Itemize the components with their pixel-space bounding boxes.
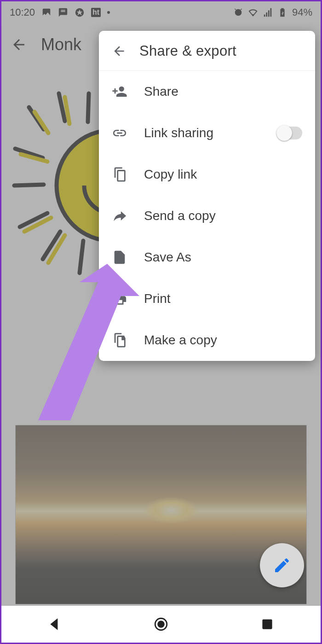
menu-item-send-copy[interactable]: Send a copy [99, 195, 315, 237]
file-icon [112, 249, 127, 265]
svg-point-17 [158, 621, 164, 627]
pencil-icon [273, 556, 291, 574]
duplicate-icon [112, 332, 127, 348]
device-frame: 10:20 ht 94% Monk [0, 0, 322, 644]
nav-back-icon[interactable] [47, 616, 63, 632]
edit-fab[interactable] [260, 543, 304, 587]
link-icon [112, 125, 127, 141]
menu-label: Link sharing [144, 126, 213, 140]
copy-icon [112, 167, 127, 182]
menu-item-save-as[interactable]: Save As [99, 237, 315, 278]
menu-item-make-copy[interactable]: Make a copy [99, 319, 315, 361]
menu-item-share[interactable]: Share [99, 71, 315, 112]
send-icon [112, 208, 127, 224]
menu-item-copy-link[interactable]: Copy link [99, 154, 315, 195]
print-icon [112, 291, 127, 307]
menu-label: Make a copy [144, 333, 217, 348]
link-sharing-toggle[interactable] [276, 127, 302, 139]
menu-label: Save As [144, 250, 191, 265]
person-add-icon [112, 84, 127, 99]
menu-item-print[interactable]: Print [99, 278, 315, 319]
menu-label: Print [144, 291, 171, 306]
popup-title: Share & export [139, 43, 236, 59]
menu-label: Share [144, 84, 178, 99]
menu-label: Send a copy [144, 209, 216, 223]
popup-back-icon[interactable] [112, 44, 126, 58]
android-nav-bar [1, 606, 321, 643]
share-export-menu: Share & export Share Link sharing Copy l… [99, 31, 315, 361]
svg-rect-18 [263, 620, 272, 629]
menu-label: Copy link [144, 167, 197, 182]
nav-home-icon[interactable] [153, 616, 169, 632]
popup-header: Share & export [99, 31, 315, 71]
nav-recent-icon[interactable] [259, 616, 275, 632]
menu-item-link-sharing[interactable]: Link sharing [99, 112, 315, 154]
